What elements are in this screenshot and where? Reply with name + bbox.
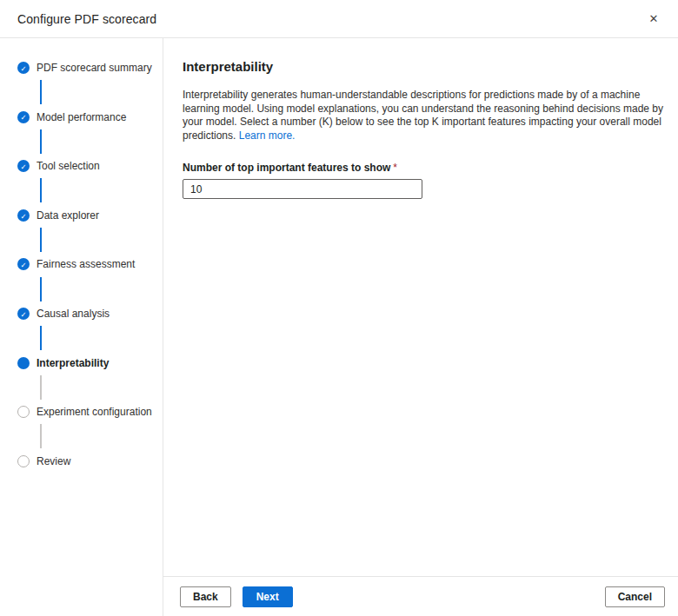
configure-pdf-scorecard-dialog: Configure PDF scorecard ✕ ✓PDF scorecard… (0, 0, 678, 616)
dialog-footer: Back Next Cancel (163, 576, 678, 616)
stepper-step-data-explorer[interactable]: ✓Data explorer (17, 207, 156, 224)
step-connector-line (40, 228, 42, 252)
step-label: Experiment configuration (37, 406, 152, 418)
top-features-input[interactable] (183, 179, 422, 199)
step-label: Review (37, 455, 70, 467)
step-label: Interpretability (37, 357, 109, 369)
step-connector-line (40, 178, 42, 202)
check-icon: ✓ (20, 212, 26, 220)
step-upcoming-circle-icon (17, 406, 30, 418)
stepper-step-tool-selection[interactable]: ✓Tool selection (17, 157, 156, 175)
check-icon: ✓ (20, 64, 26, 72)
dialog-title: Configure PDF scorecard (17, 12, 156, 26)
step-label: Fairness assessment (37, 258, 135, 270)
interpretability-description: Interpretability generates human-underst… (183, 89, 668, 142)
step-complete-check-icon: ✓ (17, 111, 30, 123)
step-complete-check-icon: ✓ (17, 62, 30, 74)
check-icon: ✓ (20, 310, 26, 318)
step-complete-check-icon: ✓ (17, 160, 30, 172)
stepper-step-experiment-configuration[interactable]: Experiment configuration (17, 403, 156, 421)
step-complete-check-icon: ✓ (17, 209, 30, 222)
next-button[interactable]: Next (243, 586, 293, 607)
close-icon[interactable]: ✕ (641, 7, 666, 31)
step-connector-line (40, 80, 42, 104)
stepper-step-pdf-scorecard-summary[interactable]: ✓PDF scorecard summary (17, 59, 156, 76)
cancel-button[interactable]: Cancel (605, 586, 665, 607)
step-label: PDF scorecard summary (37, 62, 152, 74)
dialog-body: ✓PDF scorecard summary✓Model performance… (0, 38, 678, 616)
step-label: Model performance (37, 111, 126, 123)
step-connector-line (40, 375, 42, 400)
step-connector-line (40, 129, 42, 154)
check-icon: ✓ (20, 262, 26, 269)
stepper-step-interpretability[interactable]: Interpretability (17, 354, 156, 372)
step-connector-line (40, 277, 42, 301)
main-panel: Interpretability Interpretability genera… (163, 38, 678, 616)
step-connector-line (40, 424, 42, 448)
required-asterisk: * (393, 162, 397, 174)
stepper-step-fairness-assessment[interactable]: ✓Fairness assessment (17, 255, 156, 273)
step-label: Tool selection (37, 160, 100, 172)
learn-more-link[interactable]: Learn more. (239, 129, 296, 142)
step-complete-check-icon: ✓ (17, 258, 30, 270)
stepper: ✓PDF scorecard summary✓Model performance… (0, 38, 163, 616)
stepper-step-review[interactable]: Review (17, 453, 156, 470)
back-button[interactable]: Back (180, 586, 231, 607)
stepper-step-causal-analysis[interactable]: ✓Causal analysis (17, 305, 156, 322)
top-features-label: Number of top important features to show… (183, 162, 668, 174)
stepper-step-model-performance[interactable]: ✓Model performance (17, 109, 156, 126)
step-connector-line (40, 326, 42, 350)
step-current-dot-icon (17, 357, 30, 369)
check-icon: ✓ (20, 114, 26, 122)
check-icon: ✓ (20, 162, 26, 170)
step-complete-check-icon: ✓ (17, 308, 30, 320)
step-upcoming-circle-icon (17, 455, 30, 467)
step-label: Data explorer (37, 209, 99, 222)
step-label: Causal analysis (37, 308, 110, 320)
dialog-header: Configure PDF scorecard ✕ (0, 0, 678, 38)
interpretability-step-content: Interpretability Interpretability genera… (163, 38, 678, 576)
page-title: Interpretability (183, 59, 668, 74)
